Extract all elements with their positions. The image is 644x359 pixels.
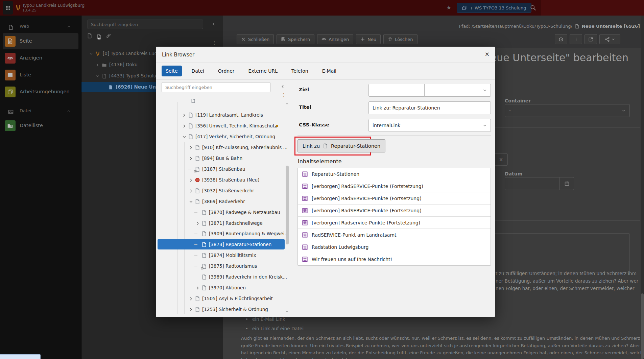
pagetree-search-input[interactable] (88, 20, 203, 29)
modal-header: Link Browser × (156, 47, 495, 63)
ziel-select[interactable] (424, 84, 491, 97)
sidebar-item-liste[interactable]: Liste (3, 67, 78, 83)
modal-tree-search-input[interactable] (162, 82, 270, 92)
search-icon[interactable] (530, 4, 536, 11)
content-element-item[interactable]: [verborgen] RadSERVICE-Punkte (Fortstetz… (298, 180, 491, 192)
app-launcher-button[interactable] (3, 1, 13, 15)
tab-datei[interactable]: Datei (188, 66, 208, 76)
tree-menu-dots[interactable]: ⋮ (281, 92, 286, 98)
tab-seite[interactable]: Seite (162, 66, 182, 76)
collapse-icon[interactable] (280, 84, 285, 89)
schließen-button[interactable]: Schließen (237, 34, 274, 44)
content-element-item[interactable]: [verborgen] RadSERVICE-Punkte (Fortsetzu… (298, 205, 491, 217)
ziel-input[interactable] (368, 84, 425, 97)
content-icon (302, 257, 308, 262)
collapse-tree-icon[interactable] (211, 22, 216, 26)
löschen-button[interactable]: Löschen (383, 34, 417, 44)
scroll-down-icon[interactable] (285, 310, 289, 314)
content-element-item[interactable]: Radstation Ludwigsburg (298, 241, 491, 253)
content-icon (302, 196, 308, 201)
tree-item[interactable]: [1253] Sicherheit & Ordnung (156, 305, 286, 314)
anzeigen-button[interactable]: Anzeigen (317, 34, 353, 44)
docheader-buttons: SchließenSpeichernAnzeigenNeuLöschen (237, 34, 418, 44)
tab-telefon[interactable]: Telefon (287, 66, 312, 76)
bullet-item: •ein E-Mail Link (245, 316, 285, 322)
scroll-up-icon[interactable] (285, 102, 289, 106)
sidebar-section-datei[interactable]: Datei (0, 105, 81, 117)
titel-input[interactable] (368, 101, 491, 114)
tree-item[interactable]: [3873] Reparatur-Stationen (156, 240, 286, 249)
clear-field-button[interactable]: × (494, 153, 508, 166)
neu-button[interactable]: Neu (356, 34, 381, 44)
tree-item[interactable]: [910] Kfz-Zulassung, Fahrerlaubnis ... (156, 143, 286, 152)
history-button[interactable] (555, 34, 567, 44)
tree-item[interactable]: [3032] Straßenverkehr (156, 186, 286, 195)
tree-item[interactable]: [3874] Mobilitätsmix (156, 250, 286, 260)
tab-externe-url[interactable]: Externe URL (244, 66, 282, 76)
tree-item[interactable]: [3187] Straßenbau (156, 164, 286, 174)
container-select[interactable]: - (505, 104, 630, 117)
content-element-item[interactable]: Reparatur-Stationen (298, 168, 491, 180)
link-to-page-button[interactable]: Link zu Reparatur-Stationen (297, 139, 385, 152)
sidebar-section-web[interactable]: Web (0, 21, 81, 32)
external-button[interactable] (585, 34, 597, 44)
page-icon (195, 307, 200, 312)
tree-item[interactable]: [3970] Aktionen (156, 283, 286, 292)
tree-item[interactable]: [3869] Radverkehr (156, 197, 286, 206)
site-version: 13.4.25 (22, 8, 37, 13)
tree-item-label: [119] Landratsamt, Landkreis (195, 112, 263, 118)
tree-item[interactable]: [3938] Straßenbau (Neu) (156, 175, 286, 185)
tree-item[interactable]: [3989] Radverkehr in den Kreisk... (156, 272, 286, 282)
css-klasse-select[interactable]: internalLink (368, 119, 491, 132)
tab-e-mail[interactable]: E-Mail (318, 66, 340, 76)
content-icon (302, 184, 308, 189)
content-element-item[interactable]: [verborgen] RadSERVICE-Punkte (Fortsetzu… (298, 192, 491, 205)
content-element-label: Wir freuen uns auf Ihre Nachricht! (312, 257, 392, 262)
content-element-item[interactable]: RadSERVICE-Punkt am Landratsamt (298, 229, 491, 241)
workspace-button[interactable]: + WS TYPO3 13 Schulung (457, 3, 531, 13)
share-button[interactable] (599, 34, 620, 44)
speichern-button[interactable]: Speichern (277, 34, 314, 44)
sidebar-item-seite[interactable]: Seite (3, 33, 78, 49)
tree-item[interactable]: [356] Umwelt, Technik, Klimaschutz (156, 121, 286, 130)
button-label: Löschen (395, 37, 413, 42)
css-klasse-label: CSS-Klasse (299, 122, 329, 127)
sidebar-item-arbeitsumgebungen[interactable]: Arbeitsumgebungen (3, 84, 78, 100)
scrollbar-thumb[interactable] (641, 293, 644, 359)
date-input[interactable] (505, 177, 560, 190)
date-picker-button[interactable] (560, 177, 574, 190)
tree-item[interactable]: [119] Landratsamt, Landkreis (156, 110, 286, 120)
chev-icon (195, 221, 200, 226)
tree-item[interactable]: [3871] Radschnellwege (156, 218, 286, 228)
eye-icon (7, 55, 13, 61)
tree-item[interactable]: [3870] Radwege & Netzausbau (156, 208, 286, 217)
tree-item[interactable]: [3875] Radtourismus (156, 261, 286, 271)
paragraph-line: Auch gibt es niemanden, der den Schmerz … (241, 335, 641, 342)
tab-ordner[interactable]: Ordner (214, 66, 239, 76)
tree-item[interactable]: [417] Verkehr, Sicherheit, Ordnung (156, 132, 286, 141)
user-menu[interactable] (541, 0, 644, 16)
tree-item[interactable]: [894] Bus & Bahn (156, 153, 286, 163)
shortcut-arrow-icon (194, 169, 198, 172)
chev-icon (189, 156, 193, 161)
tree-item-label: [3875] Radtourismus (209, 263, 257, 269)
content-element-item[interactable]: [verborgen] Radservice-Punkte (Fortstetz… (298, 217, 491, 229)
content-element-label: Radstation Ludwigsburg (312, 244, 369, 250)
tree-item[interactable]: [1505] Asyl & Flüchtlingsarbeit (156, 294, 286, 303)
link-icon[interactable] (106, 33, 111, 39)
info-button[interactable] (570, 34, 582, 44)
tree-scrollbar-thumb[interactable] (286, 166, 289, 244)
tree-item[interactable]: [3909] Routenplanung & Wegwei... (156, 229, 286, 238)
close-icon[interactable]: × (485, 51, 490, 57)
content-element-label: [verborgen] RadSERVICE-Punkte (Fortsetzu… (312, 196, 422, 201)
bookmark-star-icon[interactable]: ★ (446, 4, 451, 11)
sidebar-item-anzeigen[interactable]: Anzeigen (3, 50, 78, 66)
page-scrollbar[interactable] (641, 16, 644, 359)
chev-icon (182, 135, 187, 139)
new-page-wizard-icon[interactable] (96, 33, 102, 40)
pagetree-menu-dots[interactable]: ⋮ (212, 40, 217, 46)
new-page-icon[interactable] (87, 33, 92, 39)
copy-icon (462, 5, 467, 10)
sidebar-item-dateiliste[interactable]: Dateiliste (3, 118, 78, 134)
content-element-item[interactable]: Wir freuen uns auf Ihre Nachricht! (298, 253, 491, 265)
